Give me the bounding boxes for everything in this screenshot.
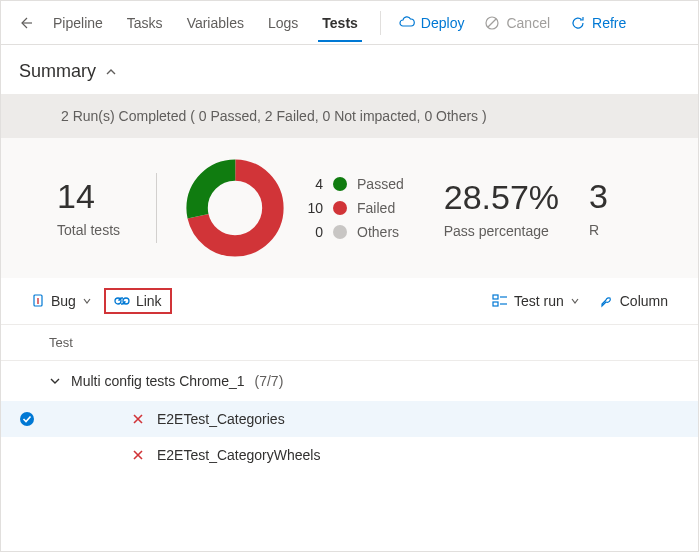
test-row[interactable]: E2ETest_CategoryWheels (1, 437, 698, 473)
wrench-icon (600, 294, 614, 308)
legend-passed: 4 Passed (305, 176, 404, 192)
column-label: Column (620, 293, 668, 309)
legend-others-label: Others (357, 224, 399, 240)
row-select[interactable] (19, 447, 35, 463)
legend: 4 Passed 10 Failed 0 Others (305, 176, 404, 240)
legend-failed-count: 10 (305, 200, 323, 216)
test-run-label: Test run (514, 293, 564, 309)
dot-icon (333, 177, 347, 191)
top-navigation: Pipeline Tasks Variables Logs Tests Depl… (1, 1, 698, 45)
dot-icon (333, 225, 347, 239)
summary-title: Summary (19, 61, 96, 82)
link-button[interactable]: Link (104, 288, 172, 314)
link-icon (114, 295, 130, 307)
refresh-icon (570, 15, 586, 31)
svg-point-12 (20, 412, 34, 426)
group-icon (492, 294, 508, 308)
tab-pipeline[interactable]: Pipeline (41, 5, 115, 41)
tab-tests[interactable]: Tests (310, 5, 370, 41)
pass-percentage-label: Pass percentage (444, 223, 559, 239)
legend-passed-count: 4 (305, 176, 323, 192)
donut-chart-icon (185, 158, 285, 258)
pass-percentage-value: 28.57% (444, 178, 559, 217)
bug-button[interactable]: Bug (23, 288, 100, 314)
chevron-down-icon (82, 296, 92, 306)
cancel-button: Cancel (476, 9, 558, 37)
bug-label: Bug (51, 293, 76, 309)
chevron-up-icon (104, 65, 118, 79)
back-button[interactable] (9, 9, 41, 37)
refresh-button[interactable]: Refre (562, 9, 634, 37)
cancel-icon (484, 15, 500, 31)
total-tests-stat: 14 Total tests (57, 178, 120, 237)
svg-rect-8 (493, 295, 498, 299)
legend-others: 0 Others (305, 224, 404, 240)
total-tests-value: 14 (57, 178, 120, 215)
cancel-label: Cancel (506, 15, 550, 31)
fail-x-icon (131, 448, 145, 462)
tab-variables[interactable]: Variables (175, 5, 256, 41)
svg-point-7 (123, 298, 129, 304)
legend-failed-label: Failed (357, 200, 395, 216)
legend-failed: 10 Failed (305, 200, 404, 216)
tab-tasks[interactable]: Tasks (115, 5, 175, 41)
svg-point-6 (115, 298, 121, 304)
extra-stat: 3 R (589, 178, 608, 237)
results-donut: 4 Passed 10 Failed 0 Others (185, 158, 404, 258)
link-label: Link (136, 293, 162, 309)
column-options-button[interactable]: Column (592, 288, 676, 314)
fail-x-icon (131, 412, 145, 426)
svg-line-1 (488, 19, 496, 27)
arrow-left-icon (17, 15, 33, 31)
test-name: E2ETest_Categories (157, 411, 285, 427)
chevron-down-icon (570, 296, 580, 306)
total-tests-label: Total tests (57, 222, 120, 238)
pass-percentage-stat: 28.57% Pass percentage (444, 178, 559, 239)
refresh-label: Refre (592, 15, 626, 31)
row-select[interactable] (19, 411, 35, 427)
deploy-label: Deploy (421, 15, 465, 31)
group-name: Multi config tests Chrome_1 (71, 373, 245, 389)
deploy-button[interactable]: Deploy (391, 9, 473, 37)
group-count: (7/7) (255, 373, 284, 389)
divider (380, 11, 381, 35)
column-header-test[interactable]: Test (1, 325, 698, 361)
bug-icon (31, 293, 45, 309)
tab-logs[interactable]: Logs (256, 5, 310, 41)
extra-value: 3 (589, 178, 608, 215)
test-group-row[interactable]: Multi config tests Chrome_1 (7/7) (1, 361, 698, 401)
cloud-icon (399, 16, 415, 30)
legend-others-count: 0 (305, 224, 323, 240)
nav-tabs: Pipeline Tasks Variables Logs Tests (41, 5, 370, 41)
test-row[interactable]: E2ETest_Categories (1, 401, 698, 437)
summary-header[interactable]: Summary (1, 45, 698, 94)
extra-label: R (589, 222, 608, 238)
dot-icon (333, 201, 347, 215)
topbar-actions: Deploy Cancel Refre (391, 9, 634, 37)
test-name: E2ETest_CategoryWheels (157, 447, 320, 463)
legend-passed-label: Passed (357, 176, 404, 192)
svg-rect-9 (493, 302, 498, 306)
results-toolbar: Bug Link Test run Column (1, 278, 698, 325)
divider (156, 173, 157, 243)
check-circle-icon (19, 411, 35, 427)
test-run-button[interactable]: Test run (484, 288, 588, 314)
chevron-down-icon (49, 375, 61, 387)
stats-row: 14 Total tests 4 Passed 10 Failed 0 Othe… (1, 138, 698, 278)
runs-banner: 2 Run(s) Completed ( 0 Passed, 2 Failed,… (1, 94, 698, 138)
